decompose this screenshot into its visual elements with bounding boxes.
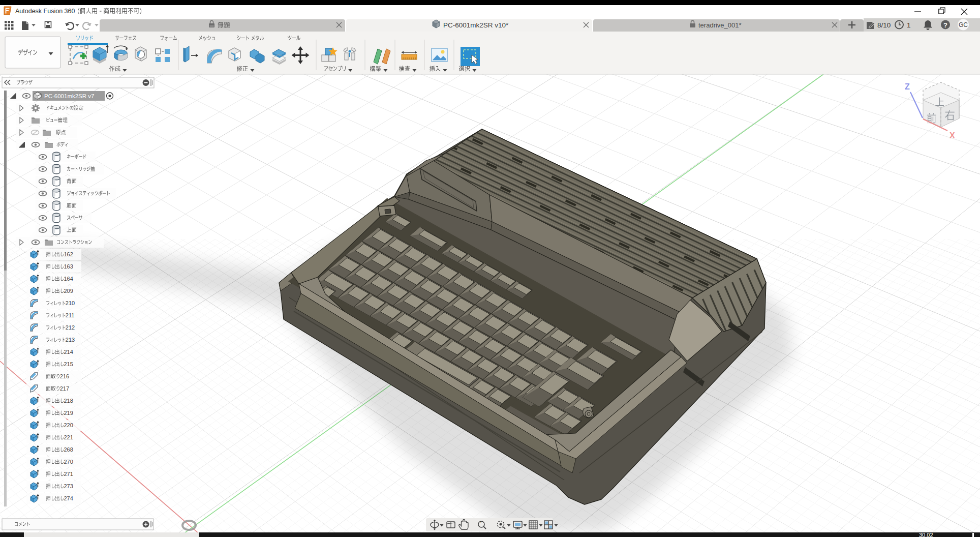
svg-text:Z: Z [905,82,910,91]
svg-text:1: 1 [907,21,911,29]
svg-text:PC-6001mk2SR v7: PC-6001mk2SR v7 [44,93,94,99]
svg-text:teradrive_001*: teradrive_001* [698,21,742,29]
svg-text:-: - [480,523,481,528]
svg-text:268: 268 [64,446,73,453]
svg-text:210: 210 [66,300,75,306]
svg-text:Autodesk Fusion 360: Autodesk Fusion 360 [15,8,75,15]
svg-text:211: 211 [66,312,75,318]
svg-text:214: 214 [64,349,73,355]
svg-text:270: 270 [64,459,73,465]
svg-text:X: X [950,131,955,140]
svg-text:30.02: 30.02 [919,532,933,537]
svg-text:221: 221 [64,434,73,440]
svg-text:8/10: 8/10 [877,21,891,29]
svg-text:162: 162 [64,251,73,257]
svg-text:274: 274 [64,495,73,501]
svg-text:163: 163 [64,263,73,270]
svg-text:220: 220 [64,422,73,428]
svg-text:GC: GC [959,21,968,28]
svg-text:209: 209 [64,288,73,294]
svg-text:PC-6001mk2SR v10*: PC-6001mk2SR v10* [443,21,509,29]
svg-text:215: 215 [64,361,73,367]
svg-text:219: 219 [64,410,73,416]
svg-text:164: 164 [64,276,73,282]
svg-text:273: 273 [64,483,73,489]
svg-text:216: 216 [60,373,69,379]
svg-text:271: 271 [64,471,73,477]
svg-text:218: 218 [64,398,73,404]
svg-text:?: ? [943,21,947,29]
svg-text:212: 212 [66,324,75,331]
svg-text:217: 217 [60,385,69,392]
svg-text:213: 213 [66,337,75,343]
